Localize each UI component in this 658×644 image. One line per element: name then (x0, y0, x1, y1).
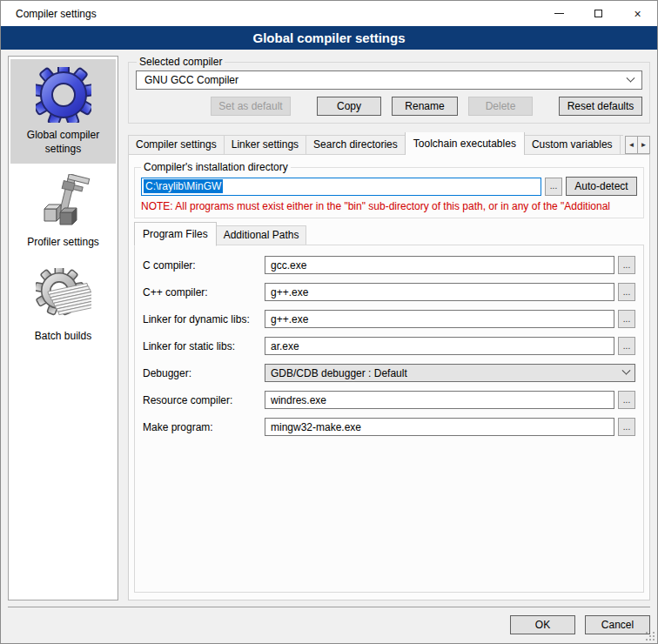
dynamic-linker-input[interactable] (265, 310, 614, 328)
installation-directory-input[interactable]: C:\raylib\MinGW (141, 178, 541, 196)
resource-compiler-label: Resource compiler: (143, 394, 265, 406)
chevron-down-icon (627, 73, 635, 82)
resource-compiler-browse-button[interactable]: ... (618, 391, 635, 409)
selected-compiler-value: GNU GCC Compiler (144, 74, 238, 86)
dynamic-linker-label: Linker for dynamic libs: (143, 313, 265, 325)
debugger-label: Debugger: (143, 367, 265, 379)
resource-compiler-row: Resource compiler: ... (143, 391, 635, 409)
maximize-icon (594, 10, 602, 17)
toolchain-executables-page: Compiler's installation directory C:\ray… (128, 154, 650, 600)
tab-scroll-left-button[interactable]: ◄ (625, 136, 638, 154)
make-program-browse-button[interactable]: ... (618, 418, 635, 436)
gray-gear-stack-icon (36, 268, 91, 324)
make-program-input[interactable] (265, 418, 614, 436)
cpp-compiler-browse-button[interactable]: ... (618, 283, 635, 301)
banner-title: Global compiler settings (252, 30, 405, 45)
c-compiler-input[interactable] (265, 256, 614, 274)
sidebar-item-batch-builds[interactable]: Batch builds (10, 260, 116, 352)
copy-button[interactable]: Copy (317, 97, 381, 116)
sidebar-item-global-compiler-settings[interactable]: Global compiler settings (10, 59, 116, 164)
settings-tab-strip: Compiler settings Linker settings Search… (128, 132, 650, 155)
static-linker-label: Linker for static libs: (143, 340, 265, 352)
close-button[interactable]: × (618, 1, 657, 26)
window-controls: × (540, 1, 657, 26)
installation-directory-group: Compiler's installation directory C:\ray… (134, 161, 644, 218)
tab-scroll-buttons: ◄ ► (626, 136, 650, 154)
window-title: Compiler settings (1, 8, 97, 20)
tab-linker-settings[interactable]: Linker settings (224, 135, 306, 155)
tab-additional-paths[interactable]: Additional Paths (216, 225, 307, 245)
blue-gear-icon (36, 67, 91, 123)
caliper-icon (36, 174, 91, 230)
rename-button[interactable]: Rename (392, 97, 458, 116)
tab-build-truncated[interactable]: Builc (620, 135, 623, 155)
program-files-panel: C compiler: ... C++ compiler: ... Linker (134, 245, 644, 593)
dialog-banner: Global compiler settings (1, 26, 657, 50)
dialog-footer: OK Cancel (8, 607, 650, 634)
c-compiler-browse-button[interactable]: ... (618, 256, 635, 274)
static-linker-input[interactable] (265, 337, 614, 355)
sidebar-item-profiler-settings[interactable]: Profiler settings (10, 166, 116, 258)
title-bar: Compiler settings × (1, 1, 657, 26)
delete-button[interactable]: Delete (468, 97, 533, 116)
installation-directory-group-label: Compiler's installation directory (141, 161, 291, 173)
installation-directory-browse-button[interactable]: ... (545, 178, 562, 196)
c-compiler-row: C compiler: ... (143, 256, 635, 274)
minimize-icon (554, 13, 564, 14)
dynamic-linker-browse-button[interactable]: ... (618, 310, 635, 328)
debugger-combobox[interactable]: GDB/CDB debugger : Default (265, 364, 635, 382)
minimize-button[interactable] (540, 1, 579, 26)
selected-compiler-group-label: Selected compiler (137, 56, 225, 68)
cpp-compiler-input[interactable] (265, 283, 614, 301)
static-linker-browse-button[interactable]: ... (618, 337, 635, 355)
tab-custom-variables[interactable]: Custom variables (524, 135, 621, 155)
static-linker-row: Linker for static libs: ... (143, 337, 635, 355)
dynamic-linker-row: Linker for dynamic libs: ... (143, 310, 635, 328)
c-compiler-label: C compiler: (143, 259, 265, 272)
make-program-row: Make program: ... (143, 418, 635, 436)
tab-search-directories[interactable]: Search directories (306, 135, 406, 155)
ok-button[interactable]: OK (510, 615, 575, 634)
cancel-button[interactable]: Cancel (585, 615, 650, 634)
tab-toolchain-executables[interactable]: Toolchain executables (405, 132, 525, 155)
sidebar-item-label: Batch builds (35, 330, 91, 344)
tab-scroll-right-button[interactable]: ► (637, 136, 650, 154)
resize-grip[interactable] (646, 632, 655, 641)
sidebar-item-label: Global compiler settings (12, 129, 114, 156)
selected-compiler-group: Selected compiler GNU GCC Compiler Set a… (128, 56, 650, 124)
settings-category-list: Global compiler settings (8, 56, 118, 600)
cpp-compiler-row: C++ compiler: ... (143, 283, 635, 301)
installation-directory-selected-text: C:\raylib\MinGW (144, 179, 223, 193)
selected-compiler-combobox[interactable]: GNU GCC Compiler (136, 70, 642, 90)
close-icon: × (634, 8, 641, 20)
cpp-compiler-label: C++ compiler: (143, 286, 265, 299)
set-as-default-button[interactable]: Set as default (211, 97, 291, 116)
chevron-down-icon (622, 366, 631, 375)
auto-detect-button[interactable]: Auto-detect (566, 177, 637, 196)
make-program-label: Make program: (143, 421, 265, 433)
debugger-row: Debugger: GDB/CDB debugger : Default (143, 364, 635, 382)
compiler-buttons-row: Set as default Copy Rename Delete Reset … (136, 97, 642, 116)
compiler-settings-dialog: Compiler settings × Global compiler sett… (0, 0, 658, 644)
debugger-value: GDB/CDB debugger : Default (271, 367, 407, 379)
bin-subdirectory-note: NOTE: All programs must exist either in … (141, 200, 637, 212)
maximize-button[interactable] (579, 1, 618, 26)
tab-compiler-settings[interactable]: Compiler settings (128, 135, 225, 155)
programs-notebook: Program Files Additional Paths C compile… (134, 225, 644, 593)
sidebar-item-label: Profiler settings (27, 236, 99, 250)
resource-compiler-input[interactable] (265, 391, 614, 409)
tab-program-files[interactable]: Program Files (134, 222, 217, 246)
reset-defaults-button[interactable]: Reset defaults (559, 97, 642, 116)
